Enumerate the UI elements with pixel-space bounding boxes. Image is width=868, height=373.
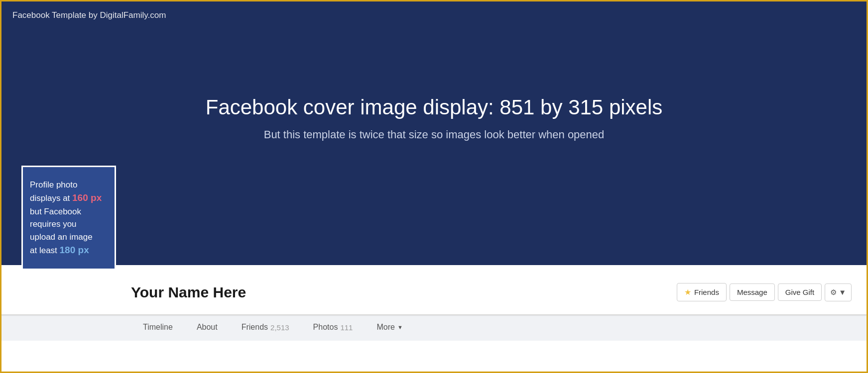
profile-photo-text: Profile photodisplays at 160 px but Face…: [30, 179, 108, 258]
tab-friends-count: 2,513: [270, 323, 289, 332]
tab-about-label: About: [197, 323, 218, 332]
profile-name: Your Name Here: [131, 284, 677, 301]
tab-more-label: More: [376, 323, 394, 332]
star-icon: ★: [684, 287, 691, 297]
tab-timeline[interactable]: Timeline: [131, 316, 185, 340]
friends-button-label: Friends: [694, 288, 719, 296]
gear-dropdown-button[interactable]: ⚙ ▼: [825, 283, 852, 301]
profile-photo-highlight1: 160 px: [72, 192, 102, 203]
tab-timeline-label: Timeline: [143, 323, 173, 332]
cover-subtitle: But this template is twice that size so …: [264, 128, 605, 141]
more-chevron-icon: ▼: [397, 324, 403, 330]
cover-title: Facebook cover image display: 851 by 315…: [206, 95, 663, 119]
tab-more[interactable]: More ▼: [365, 316, 414, 340]
profile-actions: ★ Friends Message Give Gift ⚙ ▼: [677, 283, 852, 301]
cover-area: Facebook Template by DigitalFamily.com F…: [1, 1, 867, 265]
tab-about[interactable]: About: [185, 316, 230, 340]
profile-info-bar: Your Name Here ★ Friends Message Give Gi…: [1, 265, 867, 315]
watermark: Facebook Template by DigitalFamily.com: [12, 10, 166, 20]
profile-photo-highlight2: 180 px: [60, 245, 89, 255]
message-button[interactable]: Message: [730, 283, 775, 301]
tab-friends-label: Friends: [242, 323, 268, 332]
nav-tabs: Timeline About Friends 2,513 Photos 111 …: [1, 315, 867, 341]
tab-photos[interactable]: Photos 111: [301, 316, 365, 340]
tab-photos-label: Photos: [313, 323, 338, 332]
tab-friends[interactable]: Friends 2,513: [230, 316, 301, 340]
message-button-label: Message: [737, 288, 767, 296]
give-gift-button[interactable]: Give Gift: [778, 283, 822, 301]
profile-photo-line1: Profile photodisplays at: [30, 180, 77, 203]
gear-icon: ⚙: [830, 288, 837, 297]
give-gift-button-label: Give Gift: [785, 288, 814, 296]
tab-photos-count: 111: [340, 323, 353, 332]
profile-photo-box: Profile photodisplays at 160 px but Face…: [21, 166, 116, 270]
friends-button[interactable]: ★ Friends: [677, 283, 727, 301]
chevron-down-icon: ▼: [839, 288, 846, 296]
